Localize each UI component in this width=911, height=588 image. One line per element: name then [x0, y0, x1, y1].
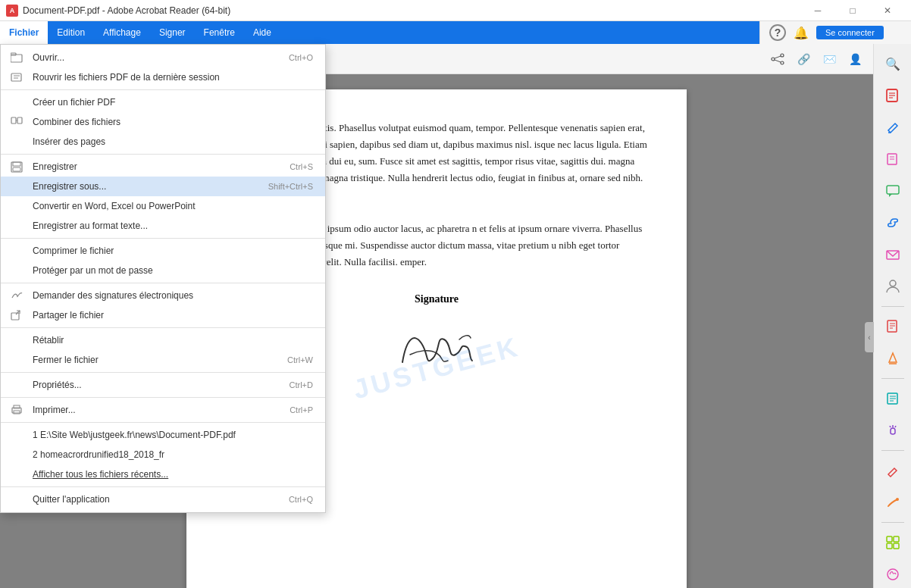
right-btn-pink1[interactable]: [879, 145, 906, 173]
menu-ouvrir[interactable]: Ouvrir... Ctrl+O: [1, 48, 325, 67]
separator-9: [1, 486, 325, 487]
menu-proprietes[interactable]: Propriétés... Ctrl+D: [1, 375, 325, 395]
window-title: Document-PDF.pdf - Adobe Acrobat Reader …: [23, 5, 800, 16]
menu-compresser[interactable]: Comprimer le fichier: [1, 241, 325, 261]
separator-1: [1, 89, 325, 90]
sidebar-separator-1: [881, 306, 904, 307]
menu-enregistrer[interactable]: Enregistrer Ctrl+S: [1, 157, 325, 177]
right-btn-email[interactable]: [879, 241, 906, 268]
maximize-button[interactable]: □: [835, 0, 870, 21]
menu-fichier[interactable]: Fichier: [0, 21, 48, 44]
menu-recent-2[interactable]: 2 homeacrordrunified18_2018_fr: [1, 445, 325, 464]
menu-imprimer[interactable]: Imprimer... Ctrl+P: [1, 400, 325, 420]
svg-rect-55: [894, 543, 899, 549]
svg-rect-6: [17, 117, 22, 124]
signature-image: [387, 317, 486, 377]
reopen-icon: [8, 72, 25, 83]
svg-line-26: [775, 60, 781, 62]
menu-fenetre[interactable]: Fenêtre: [195, 21, 244, 44]
signature-icon: [8, 290, 25, 301]
right-btn-user[interactable]: [879, 273, 906, 300]
sidebar-separator-4: [881, 522, 904, 523]
menu-rouvrir[interactable]: Rouvrir les fichiers PDF de la dernière …: [1, 67, 325, 87]
right-btn-red3[interactable]: [879, 457, 906, 484]
menu-convertir[interactable]: Convertir en Word, Excel ou PowerPoint: [1, 196, 325, 216]
menu-retablir[interactable]: Rétablir: [1, 330, 325, 350]
app-window: A Document-PDF.pdf - Adobe Acrobat Reade…: [0, 0, 911, 588]
right-btn-teal[interactable]: [879, 385, 906, 412]
svg-rect-52: [887, 536, 892, 542]
right-btn-orange1[interactable]: [879, 345, 906, 372]
svg-point-51: [896, 498, 899, 501]
svg-rect-35: [887, 186, 899, 194]
menu-enregistrer-texte[interactable]: Enregistrer au format texte...: [1, 216, 325, 236]
menu-signer[interactable]: Signer: [150, 21, 195, 44]
save-icon: [8, 161, 25, 173]
share-icon-btn[interactable]: [765, 47, 790, 71]
menu-affichage[interactable]: Affichage: [94, 21, 150, 44]
close-button[interactable]: ✕: [870, 0, 905, 21]
svg-point-22: [772, 58, 775, 61]
menu-recent-1[interactable]: 1 E:\Site Web\justgeek.fr\news\Document-…: [1, 425, 325, 445]
menu-proteger[interactable]: Protéger par un mot de passe: [1, 261, 325, 280]
menubar: Fichier Edition Affichage Signer Fenêtre…: [0, 21, 759, 44]
separator-4: [1, 283, 325, 283]
svg-rect-10: [13, 167, 20, 171]
menu-fermer[interactable]: Fermer le fichier Ctrl+W: [1, 350, 325, 370]
svg-rect-53: [894, 536, 899, 542]
right-btn-purple[interactable]: [879, 417, 906, 444]
sidebar-separator-2: [881, 378, 904, 379]
right-btn-red2[interactable]: [879, 313, 906, 340]
link-btn[interactable]: 🔗: [791, 47, 816, 71]
right-btn-comment[interactable]: [879, 177, 906, 205]
svg-line-25: [775, 56, 781, 58]
svg-point-24: [781, 61, 784, 64]
collapse-handle[interactable]: ‹: [865, 322, 874, 352]
separator-2: [1, 154, 325, 155]
menu-aide[interactable]: Aide: [244, 21, 280, 44]
app-icon: A: [6, 5, 18, 17]
connect-button[interactable]: Se connecter: [816, 26, 884, 39]
combine-icon: [8, 117, 25, 127]
menu-edition[interactable]: Edition: [48, 21, 94, 44]
right-btn-search[interactable]: 🔍: [879, 50, 906, 77]
svg-rect-54: [887, 543, 892, 549]
print-icon: [8, 405, 25, 415]
menu-afficher-recents[interactable]: Afficher tous les fichiers récents...: [1, 464, 325, 484]
bell-icon[interactable]: 🔔: [794, 26, 809, 40]
separator-3: [1, 238, 325, 239]
separator-6: [1, 372, 325, 373]
right-btn-edit[interactable]: [879, 114, 906, 141]
window-controls: ─ □ ✕: [800, 0, 905, 21]
right-btn-orange2[interactable]: [879, 489, 906, 516]
svg-point-23: [781, 54, 784, 57]
menu-inserer[interactable]: Insérer des pages: [1, 132, 325, 152]
svg-rect-12: [11, 313, 19, 320]
svg-rect-9: [13, 162, 20, 166]
right-btn-pink3[interactable]: [879, 561, 906, 588]
menu-enregistrer-sous[interactable]: Enregistrer sous... Shift+Ctrl+S: [1, 177, 325, 196]
right-btn-tools-red[interactable]: [879, 82, 906, 109]
sidebar-separator-3: [881, 450, 904, 451]
user-btn[interactable]: 👤: [843, 47, 867, 71]
right-sidebar: ‹ 🔍: [873, 44, 911, 588]
menu-signatures[interactable]: Demander des signatures électroniques: [1, 286, 325, 305]
menu-creer[interactable]: Créer un fichier PDF: [1, 92, 325, 112]
menu-quitter[interactable]: Quitter l'application Ctrl+Q: [1, 489, 325, 509]
right-btn-link[interactable]: [879, 209, 906, 236]
separator-5: [1, 327, 325, 328]
svg-line-50: [895, 426, 896, 427]
menu-combiner[interactable]: Combiner des fichiers: [1, 112, 325, 132]
right-btn-yg[interactable]: [879, 529, 906, 556]
svg-rect-5: [11, 117, 16, 124]
fichier-dropdown: Ouvrir... Ctrl+O Rouvrir les fichiers PD…: [0, 44, 326, 513]
menu-partager[interactable]: Partager le fichier: [1, 305, 325, 325]
folder-icon: [8, 52, 25, 63]
share-icon: [8, 310, 25, 321]
minimize-button[interactable]: ─: [800, 0, 835, 21]
titlebar: A Document-PDF.pdf - Adobe Acrobat Reade…: [0, 0, 911, 21]
separator-7: [1, 397, 325, 398]
help-icon[interactable]: ?: [769, 24, 786, 41]
email-btn[interactable]: ✉️: [817, 47, 841, 71]
svg-point-38: [890, 280, 896, 286]
